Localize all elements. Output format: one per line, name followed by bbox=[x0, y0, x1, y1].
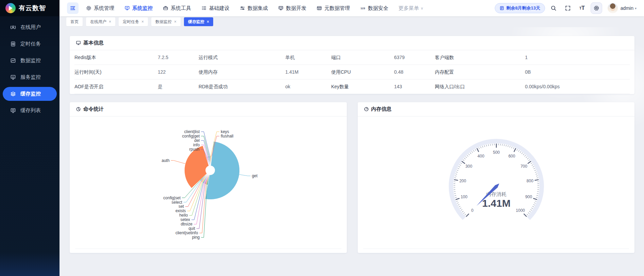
nav-metadata-management[interactable]: 元数据管理 bbox=[317, 5, 350, 12]
close-icon[interactable]: × bbox=[109, 19, 111, 24]
tab-online-users[interactable]: 在线用户 × bbox=[86, 17, 115, 26]
list-icon bbox=[201, 5, 207, 11]
info-label: 使用CPU bbox=[331, 65, 394, 79]
close-icon[interactable]: × bbox=[141, 19, 144, 24]
search-icon bbox=[550, 5, 557, 11]
sidebar-item-cache-monitor[interactable]: 缓存监控 bbox=[3, 87, 57, 101]
info-label: 内存配置 bbox=[435, 65, 525, 79]
search-button[interactable] bbox=[548, 2, 559, 14]
nav-label: 系统管理 bbox=[94, 5, 114, 12]
svg-text:1000: 1000 bbox=[516, 208, 525, 213]
memory-info-header: 内存信息 bbox=[358, 102, 635, 116]
info-value: 单机 bbox=[285, 50, 331, 65]
license-badge[interactable]: 剩余8月剩余13天 bbox=[495, 3, 545, 13]
font-size-button[interactable]: TT bbox=[576, 2, 588, 14]
nav-system-tools[interactable]: 系统工具 bbox=[163, 5, 191, 12]
nav-data-security[interactable]: 123 数据安全 bbox=[360, 5, 388, 12]
svg-text:600: 600 bbox=[508, 154, 515, 159]
license-text: 剩余8月剩余13天 bbox=[506, 5, 540, 11]
user-avatar[interactable] bbox=[608, 3, 618, 13]
svg-text:set: set bbox=[179, 204, 184, 209]
nav-infrastructure[interactable]: 基础建设 bbox=[201, 5, 230, 12]
nav-data-development[interactable]: 数据开发 bbox=[278, 5, 306, 12]
settings-button[interactable] bbox=[591, 2, 602, 14]
sidebar-item-label: 定时任务 bbox=[20, 41, 41, 47]
header-right-cluster: 剩余8月剩余13天 TT admin ▾ bbox=[495, 2, 637, 14]
menu-fold-icon bbox=[70, 5, 76, 11]
svg-text:800: 800 bbox=[526, 179, 533, 183]
nav-label: 基础建设 bbox=[209, 5, 230, 12]
sidebar-item-label: 服务监控 bbox=[20, 74, 41, 80]
nav-label: 系统工具 bbox=[171, 5, 191, 12]
sidebar-item-label: 在线用户 bbox=[20, 24, 41, 31]
memory-info-card: 内存信息 01002003004005006007008009001000内存消… bbox=[358, 102, 635, 253]
user-caret-icon[interactable]: ▾ bbox=[635, 6, 637, 10]
info-label: AOF是否开启 bbox=[74, 79, 158, 94]
logo[interactable]: 有云数智 bbox=[0, 0, 60, 16]
sidebar-item-scheduled-tasks[interactable]: 定时任务 bbox=[3, 37, 57, 51]
close-icon[interactable]: × bbox=[207, 19, 209, 24]
cache-list-icon bbox=[10, 108, 16, 113]
logo-text: 有云数智 bbox=[19, 4, 46, 13]
svg-text:100: 100 bbox=[460, 195, 467, 199]
svg-text:config|get: config|get bbox=[182, 134, 200, 139]
nav-label: 更多菜单 bbox=[399, 5, 419, 12]
info-value: 是 bbox=[158, 79, 199, 94]
sidebar-item-label: 缓存列表 bbox=[20, 107, 41, 114]
info-label: Key数量 bbox=[331, 79, 394, 94]
svg-text:info: info bbox=[193, 143, 200, 147]
info-value: 0.00kps/0.00kps bbox=[525, 79, 630, 94]
settings-gear-icon bbox=[593, 5, 599, 11]
svg-text:get: get bbox=[252, 173, 258, 178]
pie-chart-icon bbox=[76, 107, 81, 112]
nav-system-monitor[interactable]: 系统监控 bbox=[124, 5, 153, 12]
tab-label: 首页 bbox=[70, 19, 79, 25]
command-stats-header: 命令统计 bbox=[70, 102, 347, 116]
svg-text:dbsize: dbsize bbox=[181, 222, 192, 226]
nav-system-management[interactable]: 系统管理 bbox=[86, 5, 114, 12]
fullscreen-icon bbox=[565, 5, 571, 11]
info-value: 0.48 bbox=[394, 65, 435, 79]
sidebar-item-data-monitor[interactable]: 数据监控 bbox=[3, 54, 57, 68]
svg-text:rpush: rpush bbox=[189, 147, 200, 152]
svg-text:setex: setex bbox=[180, 217, 190, 222]
monitor-code-icon bbox=[278, 5, 284, 11]
nav-data-integration[interactable]: 数据集成 bbox=[240, 5, 268, 12]
sidebar-item-online-users[interactable]: 在线用户 bbox=[3, 20, 57, 34]
tab-scheduled-tasks[interactable]: 定时任务 × bbox=[119, 17, 148, 26]
logo-icon bbox=[5, 3, 16, 13]
charts-row: 命令统计 keysflushallgetclient|listconfig|ge… bbox=[70, 102, 634, 253]
nav-more-menu[interactable]: 更多菜单 ∨ bbox=[399, 5, 423, 12]
svg-text:500: 500 bbox=[493, 150, 499, 155]
cache-layers-icon bbox=[10, 91, 16, 97]
tab-bar: 首页 在线用户 × 定时任务 × 数据监控 × 缓存监控 × bbox=[60, 16, 644, 27]
sidebar-item-service-monitor[interactable]: 服务监控 bbox=[3, 70, 57, 84]
svg-text:keys: keys bbox=[221, 129, 229, 134]
svg-text:select: select bbox=[172, 200, 183, 205]
card-title: 基本信息 bbox=[83, 40, 104, 46]
gear-icon bbox=[86, 5, 91, 11]
svg-text:400: 400 bbox=[477, 154, 484, 159]
basic-info-table: Redis版本 7.2.5 运行模式 单机 端口 6379 客户端数 1 运行时… bbox=[70, 50, 634, 94]
sidebar-menu: 在线用户 定时任务 数据监控 服务监控 缓存监控 缓存列表 bbox=[0, 16, 60, 117]
memory-gauge-chart: 01002003004005006007008009001000内存消耗1.41… bbox=[358, 116, 635, 245]
svg-text:flushall: flushall bbox=[221, 134, 233, 139]
svg-text:200: 200 bbox=[459, 179, 466, 183]
collapse-menu-button[interactable] bbox=[67, 2, 79, 14]
svg-text:900: 900 bbox=[525, 195, 532, 199]
tab-home[interactable]: 首页 bbox=[66, 17, 83, 26]
tab-cache-monitor[interactable]: 缓存监控 × bbox=[184, 17, 213, 26]
card-divider bbox=[75, 249, 341, 249]
info-label: 运行模式 bbox=[199, 50, 285, 65]
tab-label: 定时任务 bbox=[123, 19, 139, 25]
sidebar-item-cache-list[interactable]: 缓存列表 bbox=[3, 104, 57, 117]
tab-data-monitor[interactable]: 数据监控 × bbox=[151, 17, 181, 26]
numbers-icon: 123 bbox=[360, 5, 366, 11]
fullscreen-button[interactable] bbox=[562, 2, 574, 14]
svg-text:ping: ping bbox=[192, 235, 200, 240]
close-icon[interactable]: × bbox=[174, 19, 176, 24]
info-label: 网络入口/出口 bbox=[435, 79, 525, 94]
timer-task-icon bbox=[10, 41, 16, 47]
username[interactable]: admin bbox=[621, 5, 633, 11]
sliders-icon bbox=[240, 5, 245, 11]
